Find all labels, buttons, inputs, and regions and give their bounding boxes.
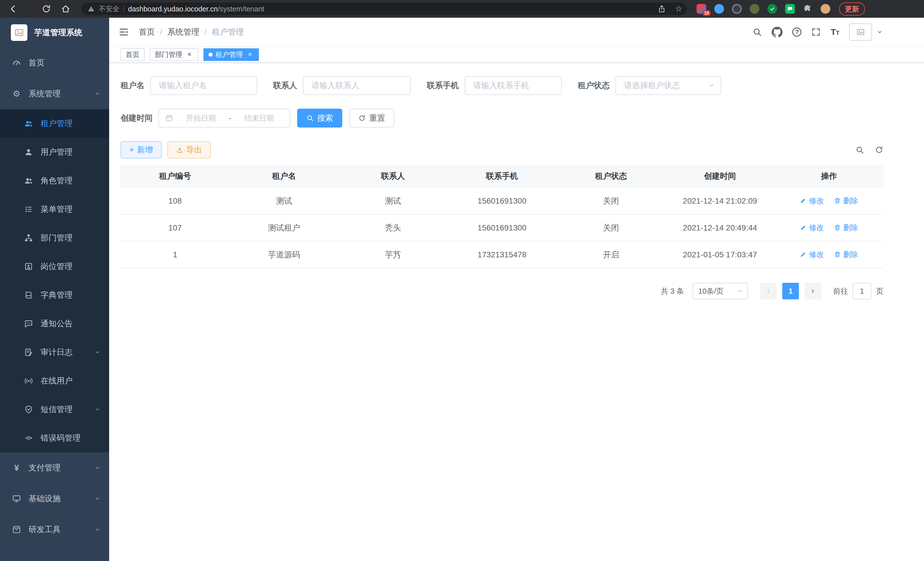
filter-status: 租户状态 请选择租户状态 — [578, 76, 721, 95]
sidebar-item-role[interactable]: 角色管理 — [0, 166, 109, 195]
create-time-label: 创建时间 — [121, 113, 153, 123]
avatar-dropdown-caret-icon[interactable] — [877, 29, 883, 35]
chevron-down-icon — [94, 406, 100, 413]
tenant-name-input[interactable] — [150, 76, 257, 95]
header-search-icon[interactable] — [752, 27, 762, 37]
browser-reload-button[interactable] — [39, 2, 54, 16]
contact-input[interactable] — [303, 76, 411, 95]
sidebar-item-dev-tools[interactable]: 研发工具 — [0, 514, 109, 545]
download-icon — [176, 146, 183, 153]
phone-cell: 15601691300 — [447, 214, 556, 241]
tab-dept[interactable]: 部门管理 × — [150, 48, 198, 61]
toggle-search-icon[interactable] — [855, 146, 864, 154]
chevron-down-icon — [737, 288, 743, 294]
phone-input[interactable] — [465, 76, 562, 95]
yen-icon: ¥ — [12, 463, 21, 472]
sidebar-item-menu[interactable]: 菜单管理 — [0, 195, 109, 224]
fullscreen-icon[interactable] — [811, 27, 821, 37]
user-icon — [24, 147, 33, 157]
github-icon[interactable] — [772, 27, 783, 38]
tenant-icon — [24, 119, 33, 128]
close-icon[interactable]: × — [246, 51, 254, 58]
export-button[interactable]: 导出 — [167, 141, 211, 158]
next-page-button[interactable] — [805, 283, 821, 299]
sidebar-item-sms[interactable]: 短信管理 — [0, 395, 109, 424]
extension-icon-olive[interactable] — [750, 4, 759, 14]
browser-home-button[interactable] — [58, 2, 73, 16]
sidebar-item-label: 支付管理 — [28, 462, 94, 473]
sidebar-item-system[interactable]: ⚙ 系统管理 — [0, 78, 109, 109]
sidebar-item-tenant[interactable]: 租户管理 — [0, 109, 109, 138]
extension-icon-adblock[interactable]: 10 — [697, 4, 706, 14]
message-bubble-icon — [24, 319, 33, 328]
goto-page-input[interactable] — [853, 283, 872, 299]
sidebar-item-label: 通知公告 — [40, 318, 100, 329]
extensions-puzzle-icon[interactable] — [803, 4, 813, 14]
page-size-select[interactable]: 10条/页 — [693, 283, 748, 299]
delete-label: 删除 — [843, 223, 858, 233]
tabs-bar: 首页 部门管理 × 租户管理 × — [109, 46, 924, 63]
sidebar-item-label: 研发工具 — [28, 524, 94, 535]
browser-update-button[interactable]: 更新 — [839, 2, 865, 16]
reset-button[interactable]: 重置 — [349, 109, 394, 128]
column-header-name: 租户名 — [230, 165, 338, 188]
sidebar-item-payment[interactable]: ¥ 支付管理 — [0, 452, 109, 483]
sidebar-item-dept[interactable]: 部门管理 — [0, 224, 109, 252]
extension-icon-blue[interactable] — [714, 4, 724, 14]
prev-page-button[interactable] — [760, 283, 777, 299]
sidebar-item-dict[interactable]: 字典管理 — [0, 281, 109, 309]
id-badge-icon — [24, 262, 33, 271]
font-size-small-glyph: T — [836, 30, 839, 36]
user-avatar[interactable] — [849, 23, 872, 41]
delete-link[interactable]: 删除 — [834, 223, 858, 233]
share-icon[interactable] — [657, 5, 666, 13]
sidebar-logo-row[interactable]: 芋道管理系统 — [0, 18, 109, 47]
help-icon[interactable]: ? — [792, 27, 801, 37]
bookmark-star-icon[interactable]: ☆ — [675, 5, 682, 13]
add-button[interactable]: + 新增 — [121, 141, 162, 158]
delete-link[interactable]: 删除 — [834, 196, 858, 206]
tab-tenant[interactable]: 租户管理 × — [203, 48, 259, 61]
delete-label: 删除 — [843, 250, 858, 260]
sidebar-item-error-code[interactable]: </> 错误码管理 — [0, 424, 109, 452]
page-number-1[interactable]: 1 — [782, 283, 799, 299]
url-bar[interactable]: 不安全 dashboard.yudao.iocoder.cn/system/te… — [81, 3, 687, 15]
extension-icon-wechat[interactable] — [785, 4, 795, 14]
breadcrumb-current: 租户管理 — [212, 27, 244, 38]
browser-back-button[interactable] — [6, 2, 21, 16]
sidebar-fold-icon[interactable] — [118, 27, 129, 38]
sidebar-item-online-users[interactable]: 在线用户 — [0, 367, 109, 395]
sidebar-item-infra[interactable]: 基础设施 — [0, 483, 109, 514]
extension-icon-green-check[interactable] — [767, 4, 777, 14]
sidebar-item-label: 岗位管理 — [40, 261, 100, 272]
breadcrumb: 首页 / 系统管理 / 租户管理 — [139, 27, 244, 38]
sidebar-item-user[interactable]: 用户管理 — [0, 138, 109, 166]
breadcrumb-system[interactable]: 系统管理 — [167, 27, 200, 38]
refresh-table-icon[interactable] — [875, 146, 884, 154]
tab-home[interactable]: 首页 — [121, 48, 145, 61]
edit-link[interactable]: 修改 — [800, 196, 824, 206]
extension-icon-dark[interactable] — [732, 4, 742, 14]
status-label: 租户状态 — [578, 80, 610, 91]
status-select[interactable]: 请选择租户状态 — [615, 76, 721, 95]
edit-label: 修改 — [809, 196, 824, 206]
sidebar-item-notice[interactable]: 通知公告 — [0, 309, 109, 338]
filter-phone: 联系手机 — [427, 76, 562, 95]
sidebar-item-audit-log[interactable]: 审计日志 — [0, 338, 109, 367]
delete-link[interactable]: 删除 — [834, 250, 858, 260]
search-button[interactable]: 搜索 — [297, 109, 342, 128]
close-icon[interactable]: × — [186, 51, 193, 58]
question-mark: ? — [792, 27, 801, 37]
edit-link[interactable]: 修改 — [800, 250, 824, 260]
system-submenu: 租户管理 用户管理 角色管理 菜单管理 部门管理 — [0, 109, 109, 452]
url-path: /system/tenant — [218, 5, 264, 13]
pagination-jumper: 前往 页 — [833, 283, 884, 299]
sidebar-item-home[interactable]: 首页 — [0, 47, 109, 78]
profile-avatar-icon[interactable] — [820, 4, 830, 14]
date-range-picker[interactable]: 开始日期 - 结束日期 — [158, 109, 290, 128]
breadcrumb-home[interactable]: 首页 — [139, 27, 155, 38]
sidebar-item-post[interactable]: 岗位管理 — [0, 252, 109, 281]
breadcrumb-separator: / — [160, 27, 162, 37]
font-size-icon[interactable]: TT — [831, 27, 839, 37]
edit-link[interactable]: 修改 — [800, 223, 824, 233]
